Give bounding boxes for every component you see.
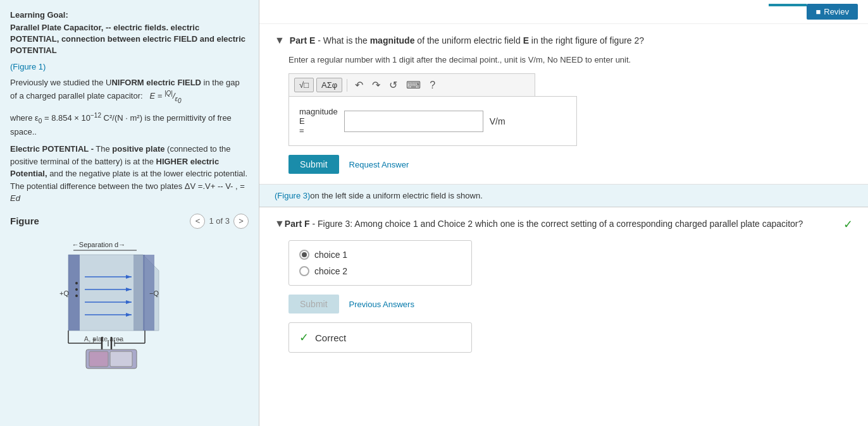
answer-label-block: magnitude E = bbox=[299, 107, 338, 135]
figure1-link[interactable]: (Figure 1) bbox=[10, 62, 249, 71]
svg-rect-29 bbox=[89, 351, 108, 367]
refresh-btn[interactable]: ↺ bbox=[386, 78, 400, 92]
svg-text:←Separation d→: ←Separation d→ bbox=[72, 241, 125, 248]
magnitude-input[interactable] bbox=[344, 111, 483, 132]
choices-box: choice 1 choice 2 bbox=[288, 240, 472, 286]
undo-btn[interactable]: ↶ bbox=[352, 78, 366, 92]
part-f-label: Part F - Figure 3: Among choice 1 and Ch… bbox=[285, 217, 843, 231]
top-bar: ■ Reviev bbox=[259, 0, 868, 24]
correct-check-icon: ✓ bbox=[299, 331, 309, 344]
part-e-label: Part E - What is the magnitude of the un… bbox=[290, 34, 644, 47]
figure-nav-controls: < 1 of 3 > bbox=[190, 214, 249, 229]
part-f-btn-row: Submit Previous Answers bbox=[288, 295, 853, 313]
alpha-sigma-btn[interactable]: ΑΣφ bbox=[316, 78, 342, 92]
part-e-header: ▼ Part E - What is the magnitude of the … bbox=[275, 34, 853, 47]
next-figure-btn[interactable]: > bbox=[233, 214, 249, 229]
E-bold: E bbox=[523, 35, 529, 46]
previous-answers-link[interactable]: Previous Answers bbox=[349, 300, 414, 309]
part-f-header: ▼ Part F - Figure 3: Among choice 1 and … bbox=[275, 217, 853, 231]
svg-point-14 bbox=[75, 295, 78, 297]
svg-text:−: − bbox=[118, 336, 121, 343]
part-e-btn-row: Submit Request Answer bbox=[288, 155, 853, 174]
part-e-submit-btn[interactable]: Submit bbox=[288, 155, 339, 174]
part-f-prefix: Part F bbox=[285, 219, 310, 229]
choice1-row[interactable]: choice 1 bbox=[299, 250, 461, 260]
part-e-collapse[interactable]: ▼ bbox=[275, 35, 285, 46]
svg-marker-5 bbox=[68, 255, 80, 331]
learning-goal-label: Learning Goal: bbox=[10, 10, 249, 20]
math-toolbar: √□ ΑΣφ ↶ ↷ ↺ ⌨ ? bbox=[288, 73, 535, 96]
svg-point-13 bbox=[75, 288, 78, 291]
review-button[interactable]: ■ Reviev bbox=[807, 4, 858, 20]
figure3-link[interactable]: (Figure 3) bbox=[275, 191, 310, 200]
choice2-label: choice 2 bbox=[314, 266, 347, 276]
part-e-instruction: Enter a regular number with 1 digit afte… bbox=[288, 55, 853, 64]
figure3-text: on the left side a uniform electric fiel… bbox=[310, 191, 482, 200]
right-panel: ■ Reviev ▼ Part E - What is the magnitud… bbox=[259, 0, 868, 426]
part-f-section: ▼ Part F - Figure 3: Among choice 1 and … bbox=[259, 207, 868, 363]
part-f-checkmark: ✓ bbox=[843, 217, 853, 231]
sqrt-btn[interactable]: √□ bbox=[294, 78, 314, 92]
figure-title: Figure bbox=[10, 216, 39, 226]
part-e-label-prefix: Part E bbox=[290, 35, 315, 46]
choice2-radio[interactable] bbox=[299, 266, 309, 276]
unit-label: V/m bbox=[490, 116, 505, 126]
correct-banner: ✓ Correct bbox=[288, 322, 472, 353]
left-para2: where ε0 = 8.854 × 10−12 C²/(N · m²) is … bbox=[10, 111, 249, 138]
left-para1: Previously we studied the UNIFORM electr… bbox=[10, 76, 249, 106]
part-f-submit-btn: Submit bbox=[288, 295, 339, 313]
svg-text:+: + bbox=[92, 336, 96, 343]
answer-row: magnitude E = V/m bbox=[299, 107, 566, 135]
keyboard-btn[interactable]: ⌨ bbox=[403, 78, 424, 92]
equals-label: = bbox=[299, 126, 338, 135]
figure-page-count: 1 of 3 bbox=[209, 216, 230, 226]
electric-potential-text: Electric POTENTIAL - The positive plate … bbox=[10, 143, 249, 205]
redo-btn[interactable]: ↷ bbox=[369, 78, 383, 92]
correct-text: Correct bbox=[315, 332, 346, 343]
help-btn[interactable]: ? bbox=[426, 78, 438, 92]
E-label: E bbox=[299, 116, 338, 126]
review-icon: ■ bbox=[815, 7, 821, 16]
left-panel: Learning Goal: Parallel Plate Capacitor,… bbox=[0, 0, 259, 426]
figure3-banner: (Figure 3)on the left side a uniform ele… bbox=[259, 185, 868, 207]
magnitude-bold: magnitude bbox=[370, 35, 415, 46]
svg-rect-30 bbox=[110, 351, 132, 367]
choice2-row[interactable]: choice 2 bbox=[299, 266, 461, 276]
request-answer-link[interactable]: Request Answer bbox=[349, 160, 409, 169]
magnitude-label: magnitude bbox=[299, 107, 338, 116]
review-label: Reviev bbox=[824, 7, 849, 16]
learning-goal-title: Parallel Plate Capacitor, -- electric fi… bbox=[10, 22, 249, 57]
toolbar-sep-1 bbox=[347, 79, 347, 92]
capacitor-figure: ←Separation d→ +Q −Q A, plate area bbox=[10, 233, 181, 372]
answer-area: magnitude E = V/m bbox=[288, 96, 577, 146]
svg-text:−Q: −Q bbox=[149, 289, 159, 297]
choice1-label: choice 1 bbox=[314, 250, 347, 260]
part-f-collapse[interactable]: ▼ bbox=[275, 218, 285, 229]
figure-nav: Figure < 1 of 3 > bbox=[10, 210, 249, 233]
svg-point-12 bbox=[75, 282, 78, 284]
svg-text:+Q: +Q bbox=[59, 289, 69, 297]
prev-figure-btn[interactable]: < bbox=[190, 214, 205, 229]
choice1-radio[interactable] bbox=[299, 250, 309, 260]
part-e-section: ▼ Part E - What is the magnitude of the … bbox=[259, 24, 868, 185]
progress-bar bbox=[769, 4, 807, 6]
